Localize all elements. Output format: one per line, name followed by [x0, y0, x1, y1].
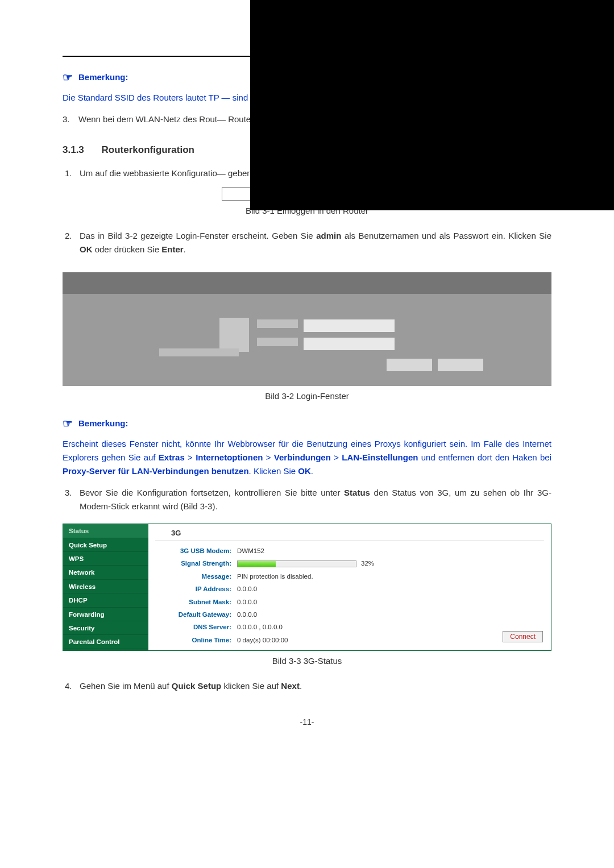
value-usb-modem: DWM152	[237, 546, 544, 556]
bold-verbindungen: Verbindungen	[274, 452, 331, 462]
bold-enter: Enter	[161, 244, 183, 254]
sidebar-item-network[interactable]: Network	[63, 566, 148, 579]
step-4-text-a: Gehen Sie im Menü auf	[80, 681, 172, 691]
value-dns-server: 0.0.0.0 , 0.0.0.0	[237, 622, 544, 632]
step-3-text-a: Bevor Sie die Konfiguration fortsetzen, …	[80, 488, 344, 497]
login-username-label-placeholder	[257, 319, 298, 328]
sidebar-item-forwarding[interactable]: Forwarding	[63, 608, 148, 621]
bold-next: Next	[281, 681, 300, 691]
step-4-text-b: klicken Sie auf	[221, 681, 281, 691]
login-window-figure	[63, 272, 551, 386]
bold-lan-einstellungen: LAN-Einstellungen	[342, 452, 418, 462]
step-2-text-d: .	[184, 244, 186, 254]
bold-internetoptionen: Internetoptionen	[196, 452, 263, 462]
login-remember-placeholder	[159, 348, 239, 356]
step-text: Bevor Sie die Konfiguration fortsetzen, …	[80, 486, 551, 513]
login-username-input-placeholder	[304, 319, 395, 332]
pointing-hand-icon: ☞	[63, 414, 73, 433]
status-figure: Status Quick Setup WPS Network Wireless …	[63, 524, 551, 651]
gt-3: >	[331, 452, 342, 462]
connect-button[interactable]: Connect	[503, 631, 543, 642]
bold-quick-setup: Quick Setup	[172, 681, 222, 691]
step-2-text-c: oder drücken Sie	[93, 244, 162, 254]
figure-caption-2: Bild 3-2 Login-Fenster	[63, 389, 551, 403]
router-sidebar: Status Quick Setup WPS Network Wireless …	[63, 524, 148, 650]
sidebar-item-status[interactable]: Status	[63, 524, 148, 538]
value-default-gateway: 0.0.0.0	[237, 609, 544, 620]
step-number: 1.	[65, 167, 80, 180]
value-ip-address: 0.0.0.0	[237, 584, 544, 594]
value-online-time: 0 day(s) 00:00:00	[237, 635, 544, 645]
step-number: 4.	[65, 679, 80, 693]
step-3: 3. Bevor Sie die Konfiguration fortsetze…	[63, 486, 551, 513]
note-2-body: Erscheint dieses Fenster nicht, könnte I…	[63, 437, 551, 478]
note-2-header: ☞ Bemerkung:	[63, 414, 551, 433]
label-message: Message:	[157, 571, 237, 582]
login-ok-button-placeholder	[387, 359, 432, 371]
label-default-gateway: Default Gateway:	[157, 609, 237, 620]
pointing-hand-icon: ☞	[63, 68, 73, 86]
signal-strength-bar	[237, 560, 356, 567]
value-message: PIN protection is disabled.	[237, 571, 544, 582]
sidebar-item-wps[interactable]: WPS	[63, 552, 148, 566]
section-title: Routerkonfiguration	[102, 144, 194, 155]
sidebar-item-security[interactable]: Security	[63, 621, 148, 635]
list-number: 3.	[63, 113, 78, 126]
label-signal-strength: Signal Strength:	[157, 558, 237, 568]
note-2-body-c: . Klicken Sie	[249, 466, 298, 476]
bold-ok: OK	[80, 244, 93, 254]
signal-strength-fill	[238, 561, 276, 567]
label-dns-server: DNS Server:	[157, 622, 237, 632]
step-2-text-a: Das in Bild 3-2 gezeigte Login-Fenster e…	[80, 231, 316, 240]
bold-ok-2: OK	[298, 466, 311, 476]
step-4: 4. Gehen Sie im Menü auf Quick Setup kli…	[63, 679, 551, 693]
login-password-label-placeholder	[257, 338, 298, 346]
gt-1: >	[185, 452, 196, 462]
status-panel-title: 3G	[155, 528, 544, 539]
value-subnet-mask: 0.0.0.0	[237, 597, 544, 607]
status-main-panel: 3G 3G USB Modem: DWM152 Signal Strength:…	[148, 524, 551, 650]
bold-extras: Extras	[159, 452, 185, 462]
label-online-time: Online Time:	[157, 635, 237, 645]
note-2-body-d: .	[311, 466, 313, 476]
login-titlebar-placeholder	[63, 272, 551, 294]
step-2: 2. Das in Bild 3-2 gezeigte Login-Fenste…	[63, 229, 551, 256]
sidebar-item-dhcp[interactable]: DHCP	[63, 593, 148, 607]
step-text: Das in Bild 3-2 gezeigte Login-Fenster e…	[80, 229, 551, 256]
occlusion-overlay	[250, 0, 614, 210]
note-1-heading: Bemerkung:	[78, 70, 128, 84]
signal-strength-percent: 32%	[361, 558, 374, 568]
step-text: Gehen Sie im Menü auf Quick Setup klicke…	[80, 679, 551, 693]
label-subnet-mask: Subnet Mask:	[157, 597, 237, 607]
bold-status: Status	[344, 488, 370, 497]
section-number: 3.1.3	[63, 144, 84, 155]
figure-caption-3: Bild 3-3 3G-Status	[63, 654, 551, 668]
bold-admin: admin	[316, 231, 341, 240]
label-ip-address: IP Address:	[157, 584, 237, 594]
step-2-text-b: als Benutzernamen und als Passwort ein. …	[341, 231, 551, 240]
page-number: -11-	[63, 716, 551, 728]
note-2-body-b: und entfernen dort den Haken bei	[418, 452, 551, 462]
sidebar-item-wireless[interactable]: Wireless	[63, 580, 148, 593]
step-number: 2.	[65, 229, 80, 256]
bold-proxy: Proxy-Server für LAN-Verbindungen benutz…	[63, 466, 249, 476]
label-usb-modem: 3G USB Modem:	[157, 546, 237, 556]
sidebar-item-quick-setup[interactable]: Quick Setup	[63, 538, 148, 552]
login-avatar-placeholder	[219, 318, 249, 352]
login-password-input-placeholder	[304, 338, 395, 350]
step-number: 3.	[65, 486, 80, 513]
note-2-heading: Bemerkung:	[78, 417, 128, 430]
sidebar-item-access-control[interactable]: Access Control	[63, 649, 148, 651]
login-cancel-button-placeholder	[438, 359, 483, 371]
step-4-text-c: .	[300, 681, 302, 691]
sidebar-item-parental-control[interactable]: Parental Control	[63, 635, 148, 649]
gt-2: >	[263, 452, 273, 462]
